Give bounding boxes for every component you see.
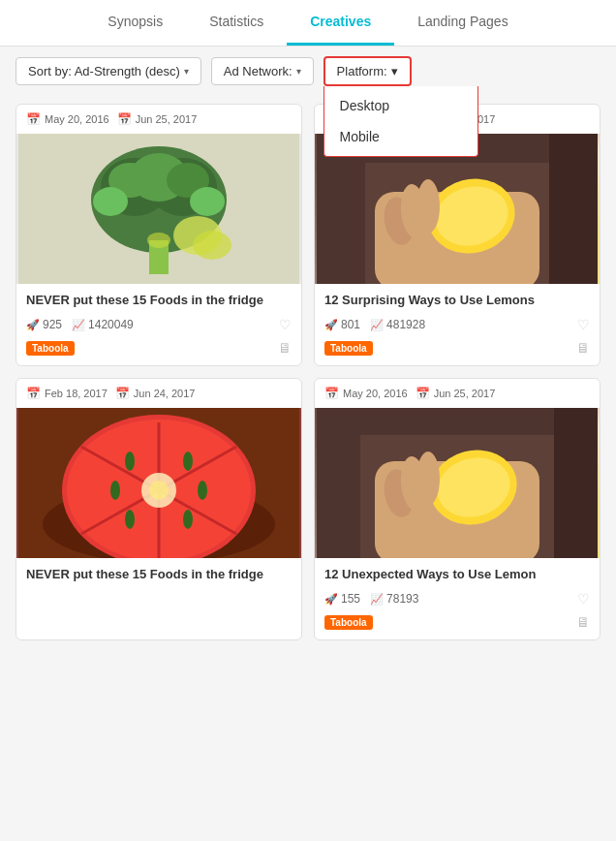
ad-network-button[interactable]: Ad Network: ▾ <box>211 57 314 85</box>
card-3: 📅 Feb 18, 2017 📅 Jun 24, 2017 <box>15 378 302 640</box>
card-1: 📅 May 20, 2016 📅 Jun 25, 2017 <box>15 104 302 366</box>
card-1-image <box>16 134 301 284</box>
ad-network-arrow: ▾ <box>296 66 301 77</box>
svg-point-46 <box>416 452 440 506</box>
toolbar: Sort by: Ad-Strength (desc) ▾ Ad Network… <box>0 47 616 96</box>
nav-synopsis[interactable]: Synopsis <box>84 0 186 46</box>
heart-icon-1[interactable]: ♡ <box>279 317 292 332</box>
card-4-footer: Taboola 🖥 <box>315 610 600 632</box>
card-1-date-start-group: 📅 May 20, 2016 <box>26 112 109 126</box>
card-1-network-badge: Taboola <box>26 341 75 356</box>
svg-point-35 <box>110 481 120 500</box>
platform-option-mobile[interactable]: Mobile <box>324 121 477 152</box>
card-1-stat2: 1420049 <box>88 318 134 331</box>
calendar-icon-4a: 📅 <box>324 387 339 400</box>
card-4-stat2: 78193 <box>386 592 418 606</box>
card-1-date-end: Jun 25, 2017 <box>136 113 198 125</box>
card-1-dates: 📅 May 20, 2016 📅 Jun 25, 2017 <box>16 105 301 134</box>
card-2-stat1: 801 <box>341 318 360 331</box>
desktop-icon-1: 🖥 <box>278 340 292 356</box>
desktop-icon-4: 🖥 <box>576 614 590 630</box>
card-1-footer: Taboola 🖥 <box>16 336 301 358</box>
card-4-date-start: May 20, 2016 <box>343 388 408 399</box>
card-3-date-start-group: 📅 Feb 18, 2017 <box>26 387 108 400</box>
card-2-stats: 🚀 801 📈 481928 ♡ <box>315 313 600 336</box>
calendar-icon-3a: 📅 <box>26 387 41 400</box>
heart-icon-2[interactable]: ♡ <box>577 317 590 332</box>
svg-point-8 <box>93 187 128 216</box>
card-4-dates: 📅 May 20, 2016 📅 Jun 25, 2017 <box>315 379 600 408</box>
svg-point-32 <box>149 481 169 500</box>
card-1-date-start: May 20, 2016 <box>45 113 109 125</box>
heart-icon-4[interactable]: ♡ <box>577 591 590 607</box>
card-4-date-end: Jun 25, 2017 <box>434 388 496 399</box>
card-4: 📅 May 20, 2016 📅 Jun 25, 2017 <box>314 378 601 640</box>
calendar-icon-1b: 📅 <box>117 112 132 126</box>
card-4-title: 12 Unexpected Ways to Use Lemon <box>315 558 600 587</box>
card-2-footer: Taboola 🖥 <box>315 336 600 358</box>
card-1-stat2-group: 📈 1420049 <box>72 318 134 331</box>
card-4-date-end-group: 📅 Jun 25, 2017 <box>416 387 496 400</box>
svg-rect-48 <box>317 408 360 558</box>
nav-statistics[interactable]: Statistics <box>186 0 287 46</box>
nav-landing-pages[interactable]: Landing Pages <box>394 0 531 46</box>
calendar-icon-4b: 📅 <box>416 387 430 400</box>
card-4-network-badge: Taboola <box>324 615 373 630</box>
platform-dropdown-menu: Desktop Mobile <box>323 86 478 157</box>
svg-point-34 <box>183 452 193 471</box>
card-3-image <box>16 408 301 558</box>
card-1-stats: 🚀 925 📈 1420049 ♡ <box>16 313 301 336</box>
nav-creatives[interactable]: Creatives <box>287 0 394 46</box>
trend-icon-2: 📈 <box>370 319 384 331</box>
platform-arrow: ▾ <box>391 64 398 78</box>
card-1-date-end-group: 📅 Jun 25, 2017 <box>117 112 198 126</box>
card-2-stat1-group: 🚀 801 <box>324 318 360 331</box>
trend-icon-4: 📈 <box>370 593 384 606</box>
calendar-icon-3b: 📅 <box>115 387 130 400</box>
sort-arrow: ▾ <box>184 66 189 77</box>
platform-label: Platform: <box>337 64 387 78</box>
desktop-icon-2: 🖥 <box>576 340 590 356</box>
svg-point-10 <box>147 233 170 248</box>
card-2-stat2-group: 📈 481928 <box>370 318 425 331</box>
svg-rect-49 <box>554 408 598 558</box>
card-4-date-start-group: 📅 May 20, 2016 <box>324 387 408 400</box>
card-3-dates: 📅 Feb 18, 2017 📅 Jun 24, 2017 <box>16 379 301 408</box>
calendar-icon-1a: 📅 <box>26 112 41 126</box>
card-4-stat1-group: 🚀 155 <box>324 592 360 606</box>
card-2-stat2: 481928 <box>386 318 425 331</box>
sort-button[interactable]: Sort by: Ad-Strength (desc) ▾ <box>15 57 201 85</box>
cards-grid: 📅 May 20, 2016 📅 Jun 25, 2017 <box>0 96 616 648</box>
svg-rect-23 <box>549 134 598 284</box>
svg-point-12 <box>193 231 231 260</box>
card-1-title: NEVER put these 15 Foods in the fridge <box>16 284 301 313</box>
svg-point-33 <box>125 452 135 471</box>
card-4-image <box>315 408 600 558</box>
rocket-icon-2: 🚀 <box>324 319 338 331</box>
svg-point-37 <box>125 510 135 529</box>
card-1-stat1: 925 <box>43 318 62 331</box>
card-2-network-badge: Taboola <box>324 341 373 356</box>
card-3-date-end-group: 📅 Jun 24, 2017 <box>115 387 196 400</box>
sort-label: Sort by: Ad-Strength (desc) <box>28 64 180 78</box>
rocket-icon-4: 🚀 <box>324 593 338 606</box>
card-3-date-start: Feb 18, 2017 <box>45 388 108 399</box>
top-navigation: Synopsis Statistics Creatives Landing Pa… <box>0 0 616 47</box>
svg-point-36 <box>198 481 207 500</box>
card-2-title: 12 Surprising Ways to Use Lemons <box>315 284 600 313</box>
rocket-icon-1: 🚀 <box>26 319 40 331</box>
card-4-stats: 🚀 155 📈 78193 ♡ <box>315 587 600 610</box>
svg-point-38 <box>183 510 193 529</box>
trend-icon-1: 📈 <box>72 319 85 331</box>
platform-option-desktop[interactable]: Desktop <box>324 90 477 121</box>
card-4-stat1: 155 <box>341 592 360 606</box>
card-3-title: NEVER put these 15 Foods in the fridge <box>16 558 301 587</box>
platform-dropdown-wrapper: Platform: ▾ Desktop Mobile <box>323 56 412 86</box>
svg-point-20 <box>416 179 440 234</box>
ad-network-label: Ad Network: <box>224 64 293 78</box>
card-4-stat2-group: 📈 78193 <box>370 592 418 606</box>
card-1-stat1-group: 🚀 925 <box>26 318 62 331</box>
platform-button[interactable]: Platform: ▾ <box>323 56 412 86</box>
svg-point-9 <box>190 187 225 216</box>
card-3-date-end: Jun 24, 2017 <box>134 388 196 399</box>
